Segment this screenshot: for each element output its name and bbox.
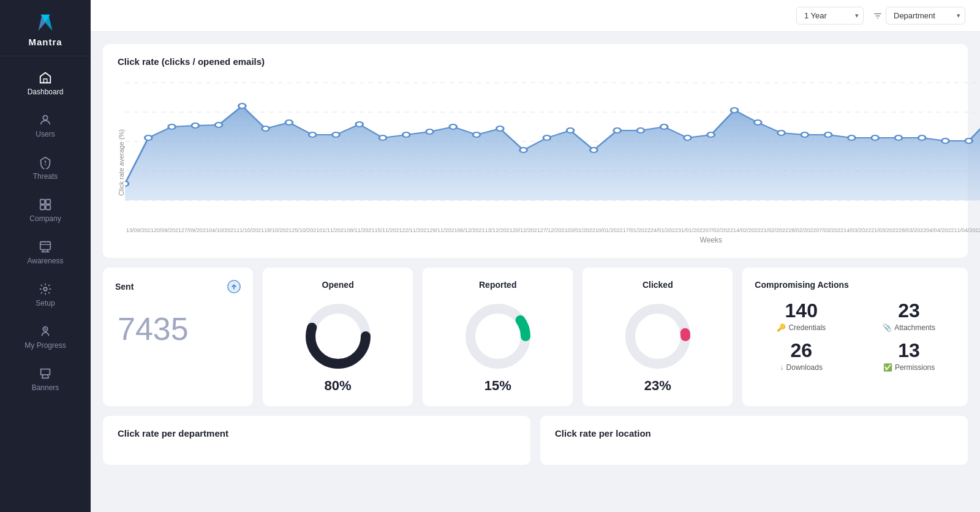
clicked-card: Clicked 23% xyxy=(582,268,733,406)
dept-card: Click rate per department xyxy=(103,416,530,465)
filter-icon xyxy=(873,12,882,20)
downloads-item: 26 ↓ Downloads xyxy=(755,339,848,372)
period-select[interactable]: 1 Year 6 Months 3 Months 1 Month xyxy=(796,7,864,24)
svg-point-34 xyxy=(215,122,222,127)
opened-percent: 80% xyxy=(325,378,352,394)
x-axis-label: Weeks xyxy=(125,236,980,244)
svg-point-45 xyxy=(473,132,480,137)
svg-point-49 xyxy=(567,128,574,133)
topbar: 1 Year 6 Months 3 Months 1 Month Departm… xyxy=(91,0,980,32)
period-select-wrap[interactable]: 1 Year 6 Months 3 Months 1 Month xyxy=(796,7,864,24)
svg-point-16 xyxy=(43,287,47,291)
opened-label: Opened xyxy=(275,280,401,290)
svg-point-46 xyxy=(496,126,503,131)
svg-point-66 xyxy=(965,138,973,143)
svg-point-36 xyxy=(262,126,270,131)
line-chart-svg: 40 30 20 10 0 xyxy=(125,77,980,224)
banners-icon xyxy=(39,367,52,380)
clicked-donut: 23% xyxy=(595,299,720,394)
department-filter[interactable]: Department xyxy=(873,7,965,24)
svg-point-64 xyxy=(918,135,925,140)
svg-point-43 xyxy=(426,129,434,134)
opened-card: Opened 80% xyxy=(263,268,413,406)
svg-point-51 xyxy=(614,128,621,133)
main-content: 1 Year 6 Months 3 Months 1 Month Departm… xyxy=(91,0,980,512)
svg-point-57 xyxy=(754,120,761,125)
setup-icon xyxy=(39,282,52,296)
location-title: Click rate per location xyxy=(555,428,953,439)
sent-label: Sent xyxy=(115,280,241,293)
my-progress-icon xyxy=(39,325,52,338)
svg-point-59 xyxy=(801,132,809,137)
credentials-value: 140 xyxy=(785,299,818,322)
sidebar-item-users[interactable]: Users xyxy=(0,105,91,147)
compromising-grid: 140 🔑 Credentials 23 📎 Attachments xyxy=(755,299,956,372)
permissions-value: 13 xyxy=(898,339,920,362)
svg-point-6 xyxy=(45,164,46,165)
attachments-value: 23 xyxy=(898,299,920,322)
downloads-value: 26 xyxy=(790,339,812,362)
sidebar-label-banners: Banners xyxy=(32,383,59,392)
threats-icon xyxy=(39,156,52,169)
bottom-row: Click rate per department Click rate per… xyxy=(103,416,968,465)
permissions-desc: ✅ Permissions xyxy=(883,363,935,372)
svg-point-38 xyxy=(309,132,316,137)
sidebar: Mantra Dashboard Users Threats Company xyxy=(0,0,91,512)
logo-icon xyxy=(34,11,57,34)
svg-point-18 xyxy=(45,328,47,330)
compromising-label: Compromising Actions xyxy=(755,280,956,290)
dashboard-icon xyxy=(39,71,52,85)
sidebar-label-dashboard: Dashboard xyxy=(28,88,64,96)
svg-point-56 xyxy=(731,108,738,113)
reported-donut: 15% xyxy=(435,299,560,394)
sidebar-item-company[interactable]: Company xyxy=(0,189,91,232)
sidebar-item-dashboard[interactable]: Dashboard xyxy=(0,62,91,105)
sidebar-item-threats[interactable]: Threats xyxy=(0,147,91,189)
attachment-icon: 📎 xyxy=(883,323,892,332)
company-icon xyxy=(39,198,52,211)
stats-row: Sent 7435 Opened xyxy=(103,268,968,406)
svg-rect-11 xyxy=(40,242,51,250)
sidebar-item-awareness[interactable]: Awareness xyxy=(0,232,91,274)
attachments-item: 23 📎 Attachments xyxy=(862,299,956,332)
sidebar-label-setup: Setup xyxy=(36,299,55,307)
check-icon: ✅ xyxy=(883,363,892,372)
y-axis-label: Click rate average (%) xyxy=(118,129,125,196)
svg-point-44 xyxy=(450,124,457,129)
opened-donut: 80% xyxy=(275,299,401,394)
svg-rect-3 xyxy=(43,79,47,83)
dept-title: Click rate per department xyxy=(118,428,516,439)
sidebar-label-threats: Threats xyxy=(33,172,58,181)
svg-point-54 xyxy=(684,135,692,140)
svg-point-47 xyxy=(520,148,527,152)
content-area: Click rate (clicks / opened emails) Clic… xyxy=(91,32,980,512)
svg-point-65 xyxy=(942,138,949,143)
svg-point-41 xyxy=(379,135,386,140)
attachments-desc: 📎 Attachments xyxy=(883,323,935,332)
downloads-desc: ↓ Downloads xyxy=(780,363,823,372)
svg-point-30 xyxy=(125,181,129,186)
svg-point-48 xyxy=(543,135,551,140)
svg-rect-10 xyxy=(46,205,50,209)
svg-point-61 xyxy=(848,135,855,140)
logo: Mantra xyxy=(0,0,91,56)
sidebar-item-setup[interactable]: Setup xyxy=(0,274,91,316)
svg-point-31 xyxy=(145,135,152,140)
dept-select-wrap[interactable]: Department xyxy=(886,7,965,24)
clicked-label: Clicked xyxy=(595,280,720,290)
sidebar-item-my-progress[interactable]: My Progress xyxy=(0,316,91,358)
reported-donut-svg xyxy=(461,299,535,373)
svg-rect-9 xyxy=(40,205,45,209)
svg-point-50 xyxy=(590,148,598,152)
dept-select[interactable]: Department xyxy=(886,7,965,24)
reported-label: Reported xyxy=(435,280,560,290)
sidebar-item-banners[interactable]: Banners xyxy=(0,358,91,401)
sidebar-label-my-progress: My Progress xyxy=(24,341,66,350)
svg-point-32 xyxy=(168,124,176,129)
credentials-item: 140 🔑 Credentials xyxy=(755,299,848,332)
svg-point-42 xyxy=(402,132,410,137)
clicked-donut-svg xyxy=(621,299,695,373)
key-icon: 🔑 xyxy=(777,323,786,332)
sidebar-label-users: Users xyxy=(36,130,55,138)
svg-point-58 xyxy=(778,130,785,135)
